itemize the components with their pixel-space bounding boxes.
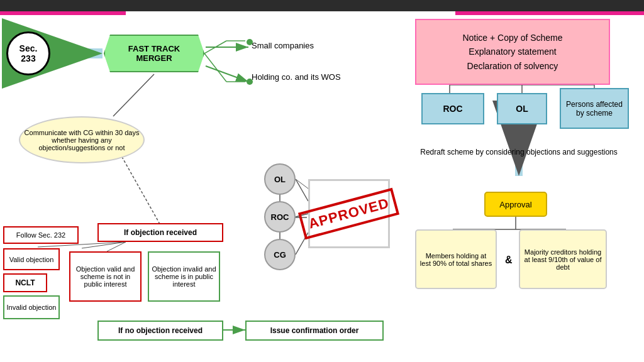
holding-co-text: Holding co. and its WOS — [252, 72, 341, 82]
roc-circle: ROC — [264, 201, 296, 233]
pink-accent-right — [455, 11, 644, 15]
small-companies-text: Small companies — [252, 41, 314, 50]
svg-line-30 — [204, 53, 226, 82]
confirmation-order-box: Issue confirmation order — [245, 321, 384, 341]
svg-line-29 — [204, 41, 226, 53]
confirmation-order-text: Issue confirmation order — [270, 326, 359, 335]
ol-circle: OL — [264, 163, 296, 195]
roc-label-text: ROC — [443, 104, 462, 114]
small-companies-label: Small companies — [252, 41, 314, 50]
sec-number: 233 — [21, 53, 35, 63]
roc-label-box: ROC — [421, 93, 484, 124]
objection-invalid-detail-text: Objection invalid and scheme is in publi… — [152, 265, 216, 288]
communicate-oval: Communicate with CG within 30 days wheth… — [19, 116, 145, 163]
and-text: & — [505, 255, 513, 265]
pink-accent-left — [0, 11, 126, 15]
members-box: Members holding at lest 90% of total sha… — [415, 229, 497, 289]
invalid-objection-box: Invalid objection — [3, 295, 60, 319]
top-bar — [0, 0, 644, 11]
svg-line-6 — [113, 74, 154, 116]
no-objection-text: If no objection received — [118, 326, 203, 335]
objection-received-box: If objection received — [97, 223, 223, 242]
sec-circle: Sec. 233 — [6, 31, 50, 75]
redraft-text: Redraft scheme by considering objections… — [415, 148, 623, 156]
persons-affected-text: Persons affected by scheme — [564, 100, 625, 118]
objection-valid-detail-box: Objection valid and scheme is not in pub… — [69, 251, 142, 302]
ol-circle-label: OL — [274, 175, 286, 184]
persons-affected-box: Persons affected by scheme — [560, 88, 629, 129]
creditors-text: Majority creditors holding at least 9/10… — [523, 248, 602, 271]
ol-label-text: OL — [516, 104, 528, 114]
cg-circle: CG — [264, 239, 296, 270]
follow-sec-box: Follow Sec. 232 — [3, 226, 79, 244]
objection-valid-detail-text: Objection valid and scheme is not in pub… — [73, 265, 138, 288]
svg-line-8 — [296, 179, 308, 201]
roc-circle-label: ROC — [271, 212, 289, 222]
svg-line-15 — [107, 242, 126, 251]
objection-received-text: If objection received — [124, 228, 197, 237]
branch-lines — [204, 35, 248, 85]
svg-line-11 — [296, 179, 308, 189]
approved-stamp: APPROVED — [298, 188, 400, 240]
nclt-box: NCLT — [3, 273, 47, 292]
holding-co-label: Holding co. and its WOS — [252, 72, 341, 82]
svg-line-14 — [82, 242, 126, 248]
nclt-text: NCLT — [15, 278, 35, 287]
and-symbol: & — [505, 255, 513, 266]
ol-label-box: OL — [497, 93, 547, 124]
communicate-text: Communicate with CG within 30 days wheth… — [23, 129, 140, 151]
approval-text: Approval — [499, 200, 531, 209]
notice-text: Notice + Copy of Scheme Explanatory stat… — [462, 31, 562, 73]
approved-box: APPROVED — [308, 179, 390, 248]
fast-track-merger: FAST TRACKMERGER — [104, 35, 204, 72]
valid-objection-box: Valid objection — [3, 248, 60, 270]
invalid-objection-text: Invalid objection — [7, 304, 57, 311]
sec-label: Sec. — [19, 43, 38, 53]
valid-objection-text: Valid objection — [9, 256, 54, 263]
cg-circle-label: CG — [274, 250, 286, 260]
members-text: Members holding at lest 90% of total sha… — [419, 252, 492, 267]
redraft-label: Redraft scheme by considering objections… — [420, 148, 618, 156]
fast-track-label: FAST TRACKMERGER — [128, 44, 180, 63]
creditors-box: Majority creditors holding at least 9/10… — [519, 229, 607, 289]
no-objection-box: If no objection received — [97, 321, 223, 341]
notice-box: Notice + Copy of Scheme Explanatory stat… — [415, 19, 610, 85]
objection-invalid-detail-box: Objection invalid and scheme is in publi… — [148, 251, 220, 302]
follow-sec-text: Follow Sec. 232 — [16, 231, 65, 239]
approval-box: Approval — [484, 192, 547, 217]
